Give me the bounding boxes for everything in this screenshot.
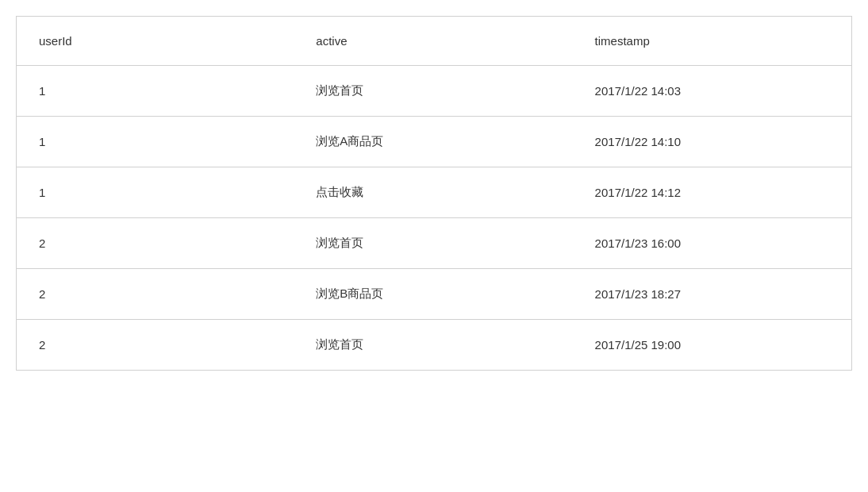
cell-timestamp: 2017/1/23 16:00 xyxy=(573,218,851,269)
cell-userid: 1 xyxy=(17,117,294,167)
cell-active: 浏览首页 xyxy=(294,320,572,371)
column-header-active: active xyxy=(294,17,572,66)
cell-timestamp: 2017/1/23 18:27 xyxy=(573,269,851,320)
table-row: 1浏览首页2017/1/22 14:03 xyxy=(17,66,851,117)
data-table: userId active timestamp 1浏览首页2017/1/22 1… xyxy=(16,16,852,371)
table-row: 1浏览A商品页2017/1/22 14:10 xyxy=(17,117,851,167)
cell-active: 浏览首页 xyxy=(294,66,572,117)
cell-userid: 1 xyxy=(17,66,294,117)
table-row: 2浏览首页2017/1/23 16:00 xyxy=(17,218,851,269)
cell-userid: 1 xyxy=(17,167,294,218)
table-row: 2浏览首页2017/1/25 19:00 xyxy=(17,320,851,371)
cell-timestamp: 2017/1/22 14:12 xyxy=(573,167,851,218)
cell-timestamp: 2017/1/22 14:03 xyxy=(573,66,851,117)
table-row: 1点击收藏2017/1/22 14:12 xyxy=(17,167,851,218)
cell-active: 点击收藏 xyxy=(294,167,572,218)
cell-userid: 2 xyxy=(17,320,294,371)
cell-userid: 2 xyxy=(17,218,294,269)
cell-active: 浏览A商品页 xyxy=(294,117,572,167)
column-header-timestamp: timestamp xyxy=(573,17,851,66)
cell-timestamp: 2017/1/25 19:00 xyxy=(573,320,851,371)
cell-userid: 2 xyxy=(17,269,294,320)
column-header-userid: userId xyxy=(17,17,294,66)
table-row: 2浏览B商品页2017/1/23 18:27 xyxy=(17,269,851,320)
table-header-row: userId active timestamp xyxy=(17,17,851,66)
cell-timestamp: 2017/1/22 14:10 xyxy=(573,117,851,167)
cell-active: 浏览首页 xyxy=(294,218,572,269)
cell-active: 浏览B商品页 xyxy=(294,269,572,320)
